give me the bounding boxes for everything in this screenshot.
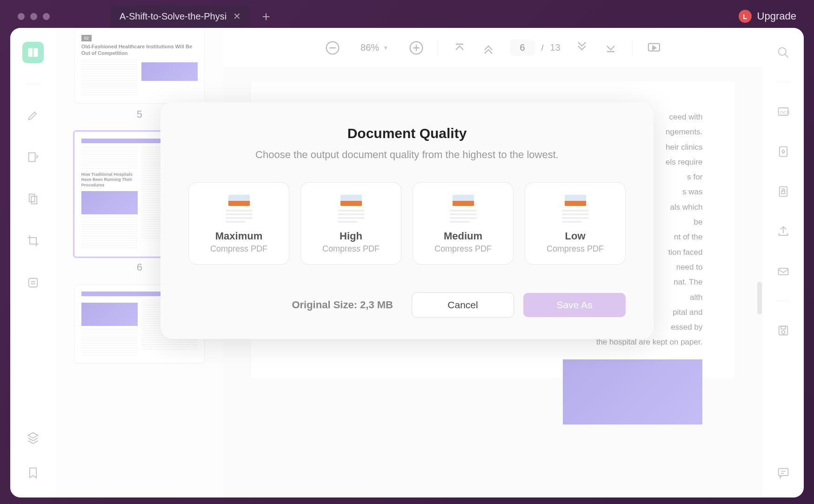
minimize-window-dot[interactable]	[30, 13, 37, 20]
close-window-dot[interactable]	[18, 13, 25, 20]
tab-title: A-Shift-to-Solve-the-Physi	[120, 11, 227, 22]
option-name: Maximum	[194, 230, 283, 242]
close-tab-icon[interactable]: ✕	[233, 11, 241, 22]
modal-overlay: Document Quality Choose the output docum…	[10, 28, 804, 497]
option-desc: Compress PDF	[194, 244, 283, 254]
avatar[interactable]: L	[739, 10, 752, 23]
maximize-window-dot[interactable]	[43, 13, 50, 20]
quality-option-maximum[interactable]: Maximum Compress PDF	[188, 182, 289, 265]
document-icon	[335, 195, 367, 224]
option-name: Low	[531, 230, 620, 242]
quality-options: Maximum Compress PDF High Compress PDF M…	[188, 182, 626, 265]
option-desc: Compress PDF	[531, 244, 620, 254]
option-desc: Compress PDF	[419, 244, 507, 254]
document-icon	[559, 195, 592, 224]
traffic-lights	[18, 13, 50, 20]
modal-title: Document Quality	[188, 126, 626, 141]
quality-option-medium[interactable]: Medium Compress PDF	[413, 182, 514, 265]
modal-footer: Original Size: 2,3 MB Cancel Save As	[188, 292, 626, 318]
option-desc: Compress PDF	[307, 244, 395, 254]
quality-option-high[interactable]: High Compress PDF	[300, 182, 401, 265]
document-quality-dialog: Document Quality Choose the output docum…	[160, 102, 654, 339]
quality-option-low[interactable]: Low Compress PDF	[525, 182, 626, 265]
new-tab-button[interactable]: ＋	[260, 7, 273, 25]
option-name: High	[307, 230, 395, 242]
modal-subtitle: Choose the output document quality from …	[188, 149, 626, 161]
document-icon	[447, 195, 480, 224]
document-tab[interactable]: A-Shift-to-Solve-the-Physi ✕	[110, 5, 250, 27]
original-size-label: Original Size: 2,3 MB	[188, 299, 402, 311]
save-as-button[interactable]: Save As	[523, 293, 626, 317]
titlebar: A-Shift-to-Solve-the-Physi ✕ ＋ L Upgrade	[10, 5, 804, 28]
option-name: Medium	[419, 230, 507, 242]
upgrade-button[interactable]: Upgrade	[757, 10, 796, 22]
app-window: 02 Old-Fashioned Healthcare Institutions…	[10, 28, 804, 497]
document-icon	[223, 195, 255, 224]
cancel-button[interactable]: Cancel	[412, 292, 514, 318]
